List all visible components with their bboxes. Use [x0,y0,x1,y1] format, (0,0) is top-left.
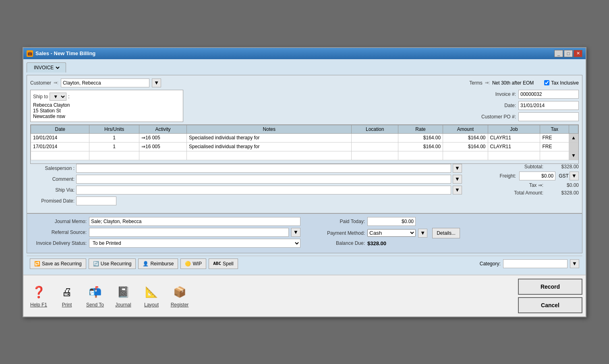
comment-input[interactable] [76,175,451,184]
comment-dropdown-button[interactable]: ▼ [453,175,462,184]
invoice-type-tab[interactable]: INVOICE QUOTE ORDER [27,62,66,72]
payment-method-dropdown-button[interactable]: ▼ [418,229,427,238]
bottom-form: Salesperson : ▼ Comment: ▼ Ship Via: ▼ [30,164,579,207]
layout-button[interactable]: 📐 Layout [139,284,164,308]
invoice-fields: Invoice #: Date: Customer PO #: [187,90,579,122]
delivery-select[interactable]: To be Printed Printed Emailed [89,239,300,248]
col-rate: Rate [398,125,443,133]
terms-arrow: ⇒: [485,80,490,85]
comment-row: Comment: ▼ [30,175,462,184]
customer-dropdown-button[interactable]: ▼ [152,79,161,87]
register-icon: 📦 [172,284,188,300]
invoice-number-row: Invoice #: [495,90,579,99]
referral-dropdown-button[interactable]: ▼ [291,228,300,237]
address-invoice-row: Ship to ▼ : Rebecca Clayton 15 Station S… [30,90,579,122]
ship-to-dropdown[interactable]: ▼ [50,93,66,101]
journal-memo-input[interactable] [89,217,300,226]
date-row: Date: [504,101,579,110]
customer-input[interactable] [61,79,149,87]
row1-notes: Specialised individual therapy for [187,133,352,142]
col-activity: Activity [139,125,186,133]
payment-method-select[interactable]: Cash Cheque Credit Card [367,229,416,237]
salesperson-input[interactable] [76,164,451,173]
tax-inclusive-label: Tax Inclusive [551,80,579,86]
row2-notes: Specialised individual therapy for [187,142,352,151]
reimburse-button[interactable]: 👤 Reimburse [138,259,178,269]
invoice-type-select[interactable]: INVOICE QUOTE ORDER [32,64,61,71]
tab-row: INVOICE QUOTE ORDER [27,62,582,72]
category-dropdown-button[interactable]: ▼ [570,259,579,268]
salesperson-row: Salesperson : ▼ [30,164,462,173]
help-button[interactable]: ❓ Help F1 [27,284,51,308]
category-row: Category: ▼ [480,259,579,268]
minimize-button[interactable]: _ [554,50,563,57]
ship-via-row: Ship Via: ▼ [30,186,462,194]
row1-scroll: ▲ [569,133,578,142]
help-label: Help F1 [30,302,47,308]
details-button[interactable]: Details... [432,228,460,238]
ship-via-dropdown-button[interactable]: ▼ [453,186,462,194]
col-notes: Notes [187,125,352,133]
invoice-number-input[interactable] [518,90,579,99]
register-button[interactable]: 📦 Register [168,284,192,308]
app-icon: 💼 [27,50,33,57]
row1-activity: ⇒16 005 [139,133,186,142]
row1-job: CLAYR11 [488,133,540,142]
terms-value: Net 30th after EOM [492,80,534,86]
ship-via-label: Ship Via: [30,187,75,193]
use-recurring-icon: 🔄 [93,261,99,267]
balance-due-value: $328.00 [367,240,386,246]
tax-inclusive-checkbox[interactable] [544,80,549,85]
reimburse-icon: 👤 [143,261,149,267]
balance-due-row: Balance Due: $328.00 [309,240,579,246]
journal-label: Journal [115,302,131,308]
journal-button[interactable]: 📓 Journal [111,284,135,308]
items-table: Date Hrs/Units Activity Notes Location R… [31,125,578,160]
save-recurring-button[interactable]: 🔁 Save as Recurring [30,259,86,269]
payment-method-row: Payment Method: Cash Cheque Credit Card … [309,228,579,238]
send-to-button[interactable]: 📬 Send To [83,284,107,308]
row2-date: 17/01/2014 [31,142,89,151]
freight-input[interactable] [519,172,555,180]
ship-via-input[interactable] [76,186,451,194]
freight-label: Freight: [476,173,516,179]
table-scroll[interactable]: Date Hrs/Units Activity Notes Location R… [31,125,578,163]
customer-po-label: Customer PO #: [481,114,516,120]
wip-button[interactable]: 🟡 WIP [180,259,206,269]
freight-tax-label: GST [559,173,569,179]
record-button[interactable]: Record [518,279,582,295]
col-scroll [569,125,578,133]
referral-row: Referral Source: ▼ [30,228,300,237]
main-window: 💼 Sales - New Time Billing _ □ ✕ INVOICE… [23,47,586,317]
promised-date-input[interactable] [76,196,116,205]
row2-rate: $164.00 [398,142,443,151]
save-recurring-label: Save as Recurring [42,261,82,267]
salesperson-dropdown-button[interactable]: ▼ [453,164,462,173]
freight-tax-dropdown-button[interactable]: ▼ [570,172,579,180]
register-label: Register [171,302,189,308]
print-button[interactable]: 🖨 Print [55,284,79,308]
col-date: Date [31,125,89,133]
close-button[interactable]: ✕ [574,50,582,57]
date-input[interactable] [518,101,579,110]
address-line3: Newcastle nsw [33,114,180,119]
journal-memo-label: Journal Memo: [30,219,87,224]
customer-po-input[interactable] [518,112,579,121]
journal-row: Journal Memo: Referral Source: ▼ Invoice… [30,217,579,250]
right-totals: Subtotal: $328.00 Freight: GST ▼ Tax ⇒: … [466,164,579,207]
maximize-button[interactable]: □ [564,50,573,57]
spell-button[interactable]: ABC Spell [209,259,238,269]
col-tax: Tax [540,125,569,133]
address-line1: Rebecca Clayton [33,102,180,108]
referral-input[interactable] [89,228,289,237]
wip-label: WIP [193,261,202,267]
cancel-button[interactable]: Cancel [518,297,582,313]
paid-today-input[interactable] [367,217,416,226]
col-amount: Amount [443,125,488,133]
category-input[interactable] [503,259,568,268]
bottom-toolbar: ❓ Help F1 🖨 Print 📬 Send To 📓 Journal 📐 … [23,275,586,316]
row2-scroll [569,142,578,151]
use-recurring-button[interactable]: 🔄 Use Recurring [89,259,136,269]
balance-due-label: Balance Due: [309,240,365,246]
paid-today-row: Paid Today: [309,217,579,226]
